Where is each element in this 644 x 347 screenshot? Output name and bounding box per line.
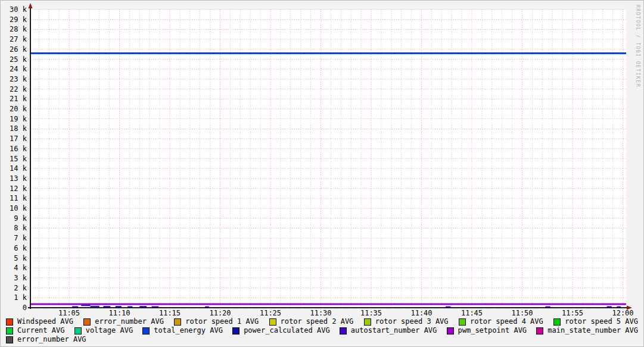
x-tick-label: 11:20 <box>209 309 231 317</box>
legend-label: main_state_number AVG <box>547 327 638 335</box>
legend-item-main-state-number-avg: main_state_number AVG <box>536 326 638 335</box>
legend-swatch-icon <box>269 318 276 326</box>
chart-legend: Windspeed AVGerror_number AVGrotor speed… <box>1 317 643 344</box>
y-tick-label: 21 k <box>10 95 27 103</box>
y-tick-label: 25 k <box>10 55 27 64</box>
y-tick-label: 28 k <box>10 25 27 33</box>
y-tick-label: 14 k <box>10 164 27 173</box>
y-tick-label: 27 k <box>10 35 27 43</box>
y-tick-label: 16 k <box>10 145 27 153</box>
x-tick-label: 11:25 <box>260 309 281 317</box>
legend-swatch-icon <box>174 318 181 326</box>
legend-item-pwm-setpoint-avg: pwm_setpoint AVG <box>447 326 527 335</box>
legend-label: rotor speed 4 AVG <box>470 318 543 326</box>
legend-item-power-calculated-avg: power_calculated AVG <box>232 326 330 335</box>
y-tick-label: 30 k <box>10 5 27 14</box>
legend-item-rotor-speed-5-avg: rotor speed 5 AVG <box>553 317 638 326</box>
legend-label: voltage AVG <box>86 327 133 335</box>
legend-item-rotor-speed-2-avg: rotor speed 2 AVG <box>269 317 354 326</box>
legend-swatch-icon <box>142 327 150 335</box>
legend-swatch-icon <box>364 318 371 326</box>
x-tick-label: 11:30 <box>310 309 331 317</box>
y-tick-label: 15 k <box>10 155 27 163</box>
legend-swatch-icon <box>447 327 454 335</box>
x-tick-label: 12:00 <box>612 309 633 317</box>
legend-item-rotor-speed-1-avg: rotor speed 1 AVG <box>174 317 259 326</box>
y-tick-label: 5 k <box>14 254 27 262</box>
legend-item-total-energy-avg: total_energy AVG <box>142 326 223 335</box>
legend-row-2: Current AVGvoltage AVGtotal_energy AVGpo… <box>1 326 643 335</box>
x-tick-label: 11:35 <box>360 309 382 317</box>
legend-swatch-icon <box>6 336 13 343</box>
legend-swatch-icon <box>340 327 347 335</box>
y-tick-label: 2 k <box>14 284 27 292</box>
y-tick-label: 4 k <box>14 264 27 272</box>
y-tick-label: 12 k <box>10 185 27 193</box>
legend-label: autostart_number AVG <box>351 327 437 335</box>
x-tick-label: 11:15 <box>159 309 181 317</box>
y-tick-label: 11 k <box>10 194 27 202</box>
legend-swatch-icon <box>6 327 13 335</box>
legend-swatch-icon <box>74 327 82 335</box>
y-tick-label: 9 k <box>14 214 27 223</box>
legend-item-voltage-avg: voltage AVG <box>74 326 133 335</box>
x-tick-label: 11:40 <box>410 309 432 317</box>
legend-swatch-icon <box>536 327 543 335</box>
y-tick-label: 17 k <box>10 135 27 143</box>
legend-swatch-icon <box>553 318 561 326</box>
x-tick-label: 11:05 <box>58 309 80 317</box>
legend-label: rotor speed 1 AVG <box>185 318 259 326</box>
legend-row-3: error_number AVG <box>1 335 643 344</box>
legend-label: total_energy AVG <box>154 327 223 335</box>
rrdtool-graph: 01 k2 k3 k4 k5 k6 k7 k8 k9 k10 k11 k12 k… <box>0 0 644 347</box>
legend-label: pwm_setpoint AVG <box>458 327 527 335</box>
y-tick-label: 10 k <box>10 204 27 212</box>
y-tick-label: 1 k <box>14 293 27 302</box>
y-tick-label: 8 k <box>14 224 27 232</box>
legend-swatch-icon <box>459 318 466 326</box>
y-axis-arrow-icon <box>29 3 33 8</box>
x-tick-label: 11:55 <box>562 309 583 317</box>
y-tick-label: 3 k <box>14 274 27 282</box>
x-tick-label: 11:10 <box>108 309 130 317</box>
legend-label: rotor speed 5 AVG <box>565 318 638 326</box>
legend-swatch-icon <box>6 318 13 326</box>
y-tick-label: 22 k <box>10 85 27 93</box>
chart-plot-area: 01 k2 k3 k4 k5 k6 k7 k8 k9 k10 k11 k12 k… <box>1 1 644 319</box>
y-tick-label: 6 k <box>14 244 27 252</box>
rrdtool-watermark: RRDTOOL / TOBI OETIKER <box>635 5 640 87</box>
legend-item-error-number-avg: error_number AVG <box>83 317 164 326</box>
legend-label: power_calculated AVG <box>244 327 330 335</box>
y-tick-label: 26 k <box>10 45 27 54</box>
y-tick-label: 13 k <box>10 174 27 183</box>
legend-item-error-number-avg: error_number AVG <box>6 335 86 344</box>
y-tick-label: 20 k <box>10 105 27 113</box>
legend-label: Windspeed AVG <box>17 318 73 326</box>
legend-label: error_number AVG <box>95 318 164 326</box>
x-tick-label: 11:50 <box>511 309 533 317</box>
legend-row-1: Windspeed AVGerror_number AVGrotor speed… <box>1 317 643 326</box>
legend-item-rotor-speed-4-avg: rotor speed 4 AVG <box>459 317 543 326</box>
legend-label: error_number AVG <box>17 336 86 343</box>
y-tick-label: 19 k <box>10 115 27 123</box>
legend-label: rotor speed 2 AVG <box>281 318 354 326</box>
x-tick-label: 11:45 <box>461 309 483 317</box>
legend-swatch-icon <box>83 318 91 326</box>
legend-item-rotor-speed-3-avg: rotor speed 3 AVG <box>364 317 449 326</box>
y-tick-label: 23 k <box>10 75 27 83</box>
legend-item-autostart-number-avg: autostart_number AVG <box>340 326 437 335</box>
y-tick-label: 0 <box>23 304 27 312</box>
y-tick-label: 29 k <box>10 15 27 24</box>
y-tick-label: 24 k <box>10 65 27 73</box>
y-tick-label: 7 k <box>14 234 27 242</box>
legend-item-current-avg: Current AVG <box>6 326 64 335</box>
legend-label: Current AVG <box>17 327 64 335</box>
legend-label: rotor speed 3 AVG <box>375 318 449 326</box>
legend-swatch-icon <box>232 327 239 335</box>
legend-item-windspeed-avg: Windspeed AVG <box>6 317 73 326</box>
y-tick-label: 18 k <box>10 124 27 133</box>
